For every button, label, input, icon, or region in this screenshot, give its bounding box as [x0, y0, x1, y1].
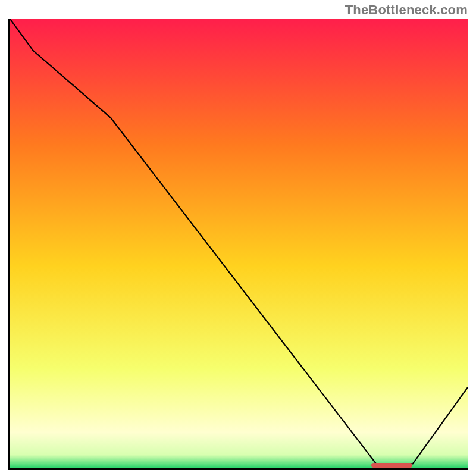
x-axis — [8, 468, 468, 470]
plot-area — [8, 19, 468, 470]
curve-layer — [10, 19, 468, 468]
watermark-text: TheBottleneck.com — [345, 2, 468, 18]
chart-stage: TheBottleneck.com — [0, 0, 476, 476]
curve-path — [10, 19, 468, 464]
optimum-marker — [371, 463, 412, 468]
y-axis — [8, 19, 10, 470]
